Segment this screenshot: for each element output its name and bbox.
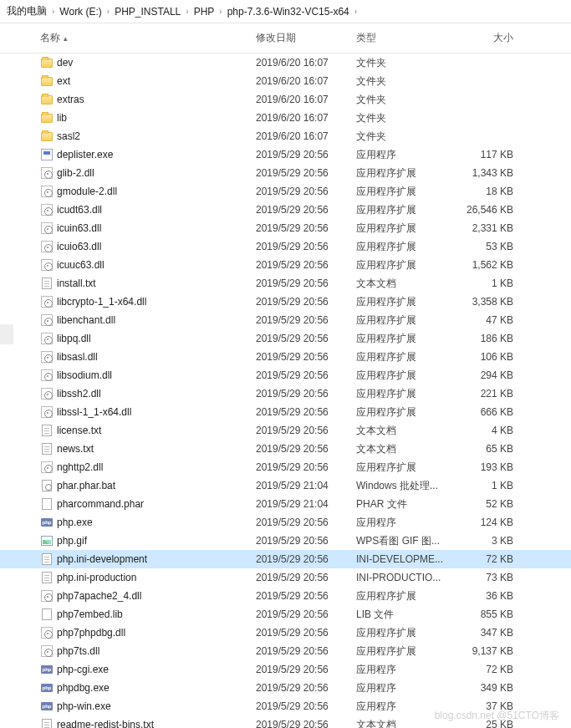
file-size: 3 KB bbox=[455, 535, 522, 547]
file-date: 2019/5/29 20:56 bbox=[256, 535, 356, 547]
file-size: 25 KB bbox=[455, 719, 522, 728]
file-row[interactable]: news.txt2019/5/29 20:56文本文档65 KB bbox=[0, 440, 571, 458]
header-type[interactable]: 类型 bbox=[356, 31, 455, 45]
crumb-3[interactable]: PHP bbox=[194, 6, 215, 18]
file-size: 47 KB bbox=[455, 314, 522, 326]
file-size: 294 KB bbox=[455, 369, 522, 381]
file-size: 106 KB bbox=[455, 351, 522, 363]
file-row[interactable]: php7ts.dll2019/5/29 20:56应用程序扩展9,137 KB bbox=[0, 642, 571, 660]
file-type: 应用程序扩展 bbox=[356, 166, 455, 181]
file-list[interactable]: dev2019/6/20 16:07文件夹ext2019/6/20 16:07文… bbox=[0, 53, 571, 728]
file-row[interactable]: gmodule-2.dll2019/5/29 20:56应用程序扩展18 KB bbox=[0, 182, 571, 201]
file-name: lib bbox=[57, 112, 256, 124]
file-date: 2019/5/29 20:56 bbox=[256, 186, 356, 197]
file-name: news.txt bbox=[57, 443, 256, 455]
file-row[interactable]: libsasl.dll2019/5/29 20:56应用程序扩展106 KB bbox=[0, 348, 571, 366]
file-row[interactable]: icuuc63.dll2019/5/29 20:56应用程序扩展1,562 KB bbox=[0, 256, 571, 274]
file-row[interactable]: libenchant.dll2019/5/29 20:56应用程序扩展47 KB bbox=[0, 311, 571, 329]
file-row[interactable]: libssh2.dll2019/5/29 20:56应用程序扩展221 KB bbox=[0, 384, 571, 403]
folder-icon bbox=[40, 74, 54, 88]
file-type: 应用程序扩展 bbox=[356, 644, 455, 659]
file-row[interactable]: phar.phar.bat2019/5/29 21:04Windows 批处理.… bbox=[0, 476, 571, 495]
dll-icon bbox=[40, 461, 54, 474]
file-row[interactable]: php.gif2019/5/29 20:56WPS看图 GIF 图...3 KB bbox=[0, 532, 571, 550]
file-row[interactable]: php7embed.lib2019/5/29 20:56LIB 文件855 KB bbox=[0, 605, 571, 624]
file-size: 666 KB bbox=[455, 406, 522, 418]
file-row[interactable]: license.txt2019/5/29 20:56文本文档4 KB bbox=[0, 421, 571, 440]
breadcrumb[interactable]: 我的电脑 › Work (E:) › PHP_INSTALL › PHP › p… bbox=[0, 0, 571, 23]
file-size: 72 KB bbox=[455, 664, 522, 675]
file-row[interactable]: pharcommand.phar2019/5/29 21:04PHAR 文件52… bbox=[0, 495, 571, 513]
file-name: deplister.exe bbox=[57, 149, 256, 160]
file-row[interactable]: phpphp-cgi.exe2019/5/29 20:56应用程序72 KB bbox=[0, 660, 571, 679]
file-name: php.exe bbox=[57, 517, 256, 528]
file-row[interactable]: php7phpdbg.dll2019/5/29 20:56应用程序扩展347 K… bbox=[0, 624, 571, 642]
header-date[interactable]: 修改日期 bbox=[256, 31, 356, 45]
file-size: 4 KB bbox=[455, 425, 522, 436]
chevron-right-icon: › bbox=[52, 7, 54, 16]
file-type: 应用程序 bbox=[356, 681, 455, 695]
file-size: 1,562 KB bbox=[455, 259, 522, 271]
file-row[interactable]: dev2019/6/20 16:07文件夹 bbox=[0, 53, 571, 72]
file-size: 26,546 KB bbox=[455, 204, 522, 216]
file-row[interactable]: libssl-1_1-x64.dll2019/5/29 20:56应用程序扩展6… bbox=[0, 403, 571, 421]
file-row[interactable]: libpq.dll2019/5/29 20:56应用程序扩展186 KB bbox=[0, 329, 571, 348]
header-size[interactable]: 大小 bbox=[455, 31, 522, 45]
file-row[interactable]: icudt63.dll2019/5/29 20:56应用程序扩展26,546 K… bbox=[0, 201, 571, 219]
dll-icon bbox=[40, 166, 54, 180]
file-date: 2019/5/29 20:56 bbox=[256, 719, 356, 728]
file-row[interactable]: deplister.exe2019/5/29 20:56应用程序117 KB bbox=[0, 145, 571, 164]
chevron-right-icon: › bbox=[186, 7, 188, 16]
file-type: 文本文档 bbox=[356, 718, 455, 729]
file-name: php.gif bbox=[57, 535, 256, 547]
crumb-1[interactable]: Work (E:) bbox=[59, 6, 101, 18]
file-date: 2019/5/29 20:56 bbox=[256, 204, 356, 216]
dll-icon bbox=[40, 332, 54, 345]
file-date: 2019/5/29 20:56 bbox=[256, 682, 356, 694]
file-type: 应用程序 bbox=[356, 663, 455, 677]
dll-icon bbox=[40, 203, 54, 216]
file-name: sasl2 bbox=[57, 130, 256, 142]
file-type: 文件夹 bbox=[356, 74, 455, 89]
file-row[interactable]: libcrypto-1_1-x64.dll2019/5/29 20:56应用程序… bbox=[0, 293, 571, 311]
file-row[interactable]: nghttp2.dll2019/5/29 20:56应用程序扩展193 KB bbox=[0, 458, 571, 476]
file-name: nghttp2.dll bbox=[57, 461, 256, 473]
file-row[interactable]: php.ini-development2019/5/29 20:56INI-DE… bbox=[0, 550, 571, 568]
file-type: PHAR 文件 bbox=[356, 497, 455, 512]
file-size: 186 KB bbox=[455, 333, 522, 344]
file-row[interactable]: php7apache2_4.dll2019/5/29 20:56应用程序扩展36… bbox=[0, 587, 571, 605]
file-row[interactable]: phpphpdbg.exe2019/5/29 20:56应用程序349 KB bbox=[0, 679, 571, 697]
file-size: 1 KB bbox=[455, 277, 522, 289]
file-row[interactable]: extras2019/6/20 16:07文件夹 bbox=[0, 90, 571, 109]
file-row[interactable]: lib2019/6/20 16:07文件夹 bbox=[0, 109, 571, 127]
file-row[interactable]: phpphp.exe2019/5/29 20:56应用程序124 KB bbox=[0, 513, 571, 532]
file-row[interactable]: phpphp-win.exe2019/5/29 20:56应用程序37 KB bbox=[0, 697, 571, 715]
crumb-4[interactable]: php-7.3.6-Win32-VC15-x64 bbox=[227, 6, 349, 18]
file-date: 2019/5/29 20:56 bbox=[256, 517, 356, 528]
crumb-0[interactable]: 我的电脑 bbox=[7, 4, 47, 18]
header-name[interactable]: 名称 ▴ bbox=[40, 31, 256, 45]
txt-icon bbox=[40, 718, 54, 728]
file-row[interactable]: php.ini-production2019/5/29 20:56INI-PRO… bbox=[0, 568, 571, 587]
file-type: 应用程序扩展 bbox=[356, 369, 455, 383]
crumb-2[interactable]: PHP_INSTALL bbox=[115, 6, 181, 18]
file-row[interactable]: sasl22019/6/20 16:07文件夹 bbox=[0, 127, 571, 145]
file-row[interactable]: icuin63.dll2019/5/29 20:56应用程序扩展2,331 KB bbox=[0, 219, 571, 237]
file-row[interactable]: install.txt2019/5/29 20:56文本文档1 KB bbox=[0, 274, 571, 293]
file-date: 2019/6/20 16:07 bbox=[256, 130, 356, 142]
dll-icon bbox=[40, 589, 54, 603]
txt-icon bbox=[40, 442, 54, 456]
file-date: 2019/5/29 20:56 bbox=[256, 277, 356, 289]
left-panel-stub bbox=[0, 324, 13, 344]
file-row[interactable]: glib-2.dll2019/5/29 20:56应用程序扩展1,343 KB bbox=[0, 164, 571, 182]
file-name: icuin63.dll bbox=[57, 222, 256, 234]
file-row[interactable]: ext2019/6/20 16:07文件夹 bbox=[0, 72, 571, 90]
file-name: php.ini-development bbox=[57, 553, 256, 565]
file-date: 2019/6/20 16:07 bbox=[256, 112, 356, 124]
file-row[interactable]: libsodium.dll2019/5/29 20:56应用程序扩展294 KB bbox=[0, 366, 571, 384]
file-name: icuio63.dll bbox=[57, 241, 256, 252]
file-row[interactable]: icuio63.dll2019/5/29 20:56应用程序扩展53 KB bbox=[0, 237, 571, 256]
file-name: dev bbox=[57, 57, 256, 69]
file-row[interactable]: readme-redist-bins.txt2019/5/29 20:56文本文… bbox=[0, 715, 571, 728]
file-size: 53 KB bbox=[455, 241, 522, 252]
